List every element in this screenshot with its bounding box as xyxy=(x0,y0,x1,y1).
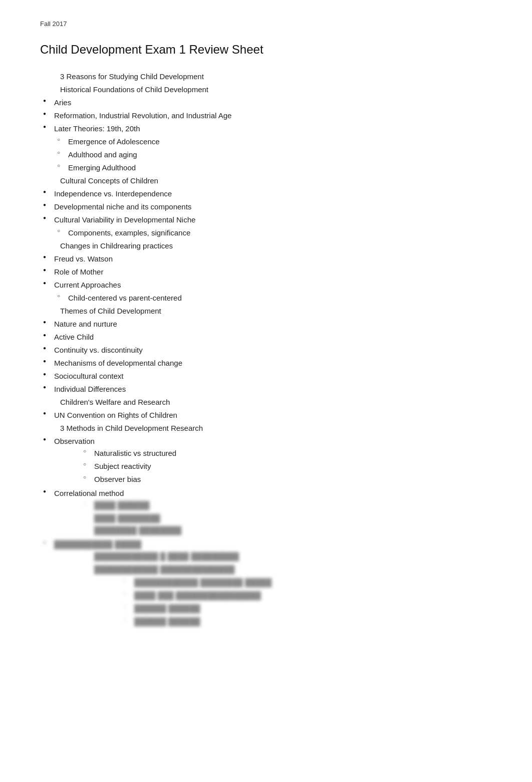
subitem-label-blurred: ████████████ ██████████████ xyxy=(94,564,234,576)
section-welfare: Children's Welfare and Research xyxy=(60,396,492,408)
list-item: ● Mechanisms of developmental change xyxy=(40,357,492,369)
item-label: Emerging Adulthood xyxy=(68,162,492,174)
section-themes: Themes of Child Development xyxy=(60,305,492,317)
list-item: ● Current Approaches xyxy=(40,279,492,291)
subitem-label-blurred: ████ ██████ xyxy=(94,499,181,511)
item-label: Mechanisms of developmental change xyxy=(54,357,492,369)
item-label: Continuity vs. discontinuity xyxy=(54,344,492,356)
bullet-empty-icon: ○ xyxy=(120,577,134,585)
list-item: ● Individual Differences xyxy=(40,383,492,395)
bullet-icon: ● xyxy=(40,188,54,196)
list-item: ○ ████████████ ████████ █████ xyxy=(120,577,272,589)
section-reasons: 3 Reasons for Studying Child Development xyxy=(60,71,492,83)
bullet-empty-icon: ○ xyxy=(120,590,134,598)
item-label: Cultural Variability in Developmental Ni… xyxy=(54,214,492,226)
bullet-icon: ● xyxy=(40,539,54,547)
list-item: ● Aries xyxy=(40,97,492,109)
subitem-label: Subject reactivity xyxy=(94,460,176,472)
list-item: ○ Subject reactivity xyxy=(80,460,176,472)
bullet-empty-icon: ○ xyxy=(120,603,134,611)
bullet-icon: ● xyxy=(40,97,54,105)
list-item: ○ Components, examples, significance xyxy=(54,227,492,239)
list-item: ● Continuity vs. discontinuity xyxy=(40,344,492,356)
item-label: UN Convention on Rights of Children xyxy=(54,409,492,421)
bullet-icon: ● xyxy=(40,214,54,222)
bullet-icon: ● xyxy=(40,318,54,326)
list-item: ● Freud vs. Watson xyxy=(40,253,492,265)
bullet-empty-icon: ○ xyxy=(54,136,68,144)
bullet-empty-icon: ○ xyxy=(120,616,134,624)
list-item: ● Role of Mother xyxy=(40,266,492,278)
list-item: ● Nature and nurture xyxy=(40,318,492,330)
list-item: ○ ██████ ██████ xyxy=(120,616,272,628)
section-cultural: Cultural Concepts of Children xyxy=(60,175,492,187)
bullet-icon: ● xyxy=(40,201,54,209)
subitem-label-blurred: ████████ ████████ xyxy=(94,525,181,537)
section-historical: Historical Foundations of Child Developm… xyxy=(60,84,492,96)
list-item: ○ ████ ██████ xyxy=(80,499,181,511)
item-label: Observation xyxy=(54,435,95,447)
bullet-empty-icon: ○ xyxy=(80,499,94,507)
welfare-list: ● UN Convention on Rights of Children xyxy=(40,409,492,421)
item-label: Correlational method xyxy=(54,487,124,499)
list-item: ● Active Child xyxy=(40,331,492,343)
subitem-label: Observer bias xyxy=(94,473,176,485)
list-item: ○ Naturalistic vs structured xyxy=(80,447,176,459)
bullet-icon: ● xyxy=(40,110,54,118)
list-item: ○ Adulthood and aging xyxy=(54,149,492,161)
bullet-icon: ● xyxy=(40,279,54,287)
subitem-label-blurred: ████████████ ████████ █████ xyxy=(134,577,272,589)
item-label: Role of Mother xyxy=(54,266,492,278)
observation-subitems: ○ Naturalistic vs structured ○ Subject r… xyxy=(80,447,176,486)
item-label: Active Child xyxy=(54,331,492,343)
list-item: ○ Child-centered vs parent-centered xyxy=(54,292,492,304)
item-label-blurred: ███████████ █████ xyxy=(54,539,141,551)
bullet-icon: ● xyxy=(40,383,54,391)
subitem-label-blurred: ██████ ██████ xyxy=(134,603,200,615)
bullet-icon: ● xyxy=(40,409,54,417)
list-item: ████████████ █ ████ █████████ xyxy=(80,551,272,563)
main-list: ● Aries ● Reformation, Industrial Revolu… xyxy=(40,97,492,174)
list-item: ● Cultural Variability in Developmental … xyxy=(40,214,492,226)
bullet-empty-icon: ○ xyxy=(80,447,94,455)
item-label: Reformation, Industrial Revolution, and … xyxy=(54,110,492,122)
list-item: ○ Observer bias xyxy=(80,473,176,485)
item-label: Child-centered vs parent-centered xyxy=(68,292,492,304)
item-label: Nature and nurture xyxy=(54,318,492,330)
list-item: ● Correlational method ○ ████ ██████ ███… xyxy=(40,487,492,538)
list-item: ● Later Theories: 19th, 20th xyxy=(40,123,492,135)
item-label: Later Theories: 19th, 20th xyxy=(54,123,492,135)
list-item: ● Observation ○ Naturalistic vs structur… xyxy=(40,435,492,486)
list-item: ● Sociocultural context xyxy=(40,370,492,382)
bullet-icon: ● xyxy=(40,370,54,378)
list-item: ○ Emerging Adulthood xyxy=(54,162,492,174)
themes-list: ● Nature and nurture ● Active Child ● Co… xyxy=(40,318,492,395)
subitem-label: Naturalistic vs structured xyxy=(94,447,176,459)
semester-label: Fall 2017 xyxy=(40,20,492,28)
section-methods: 3 Methods in Child Development Research xyxy=(60,422,492,434)
bullet-empty-icon: ○ xyxy=(80,473,94,481)
bullet-icon: ● xyxy=(40,253,54,261)
list-item: ████ ████████ ████████ ████████ xyxy=(80,512,181,537)
list-item: ● ███████████ █████ ████████████ █ ████ … xyxy=(40,539,492,630)
item-label: Freud vs. Watson xyxy=(54,253,492,265)
item-label: Independence vs. Interdependence xyxy=(54,188,492,200)
blurred-subitems: ████████████ █ ████ █████████ ██████████… xyxy=(80,551,272,630)
bullet-icon: ● xyxy=(40,331,54,339)
item-label: Current Approaches xyxy=(54,279,492,291)
bullet-empty-icon: ○ xyxy=(54,162,68,170)
methods-list: ● Observation ○ Naturalistic vs structur… xyxy=(40,435,492,630)
section-changes: Changes in Childrearing practices xyxy=(60,240,492,252)
subitem-label-blurred: ████ ███ ████████████████ xyxy=(134,590,261,602)
subitem-label-blurred: ████ ████████ xyxy=(94,512,160,525)
bullet-icon: ● xyxy=(40,357,54,365)
list-item: ● Developmental niche and its components xyxy=(40,201,492,213)
correlational-subitems: ○ ████ ██████ ████ ████████ ████████ ███… xyxy=(80,499,181,538)
list-item: ● Reformation, Industrial Revolution, an… xyxy=(40,110,492,122)
list-item: ● Independence vs. Interdependence xyxy=(40,188,492,200)
bullet-empty-icon: ○ xyxy=(54,292,68,300)
subitem-label-blurred: ██████ ██████ xyxy=(134,616,200,628)
list-item: ● UN Convention on Rights of Children xyxy=(40,409,492,421)
bullet-empty-icon: ○ xyxy=(54,227,68,235)
bullet-icon: ● xyxy=(40,435,54,443)
